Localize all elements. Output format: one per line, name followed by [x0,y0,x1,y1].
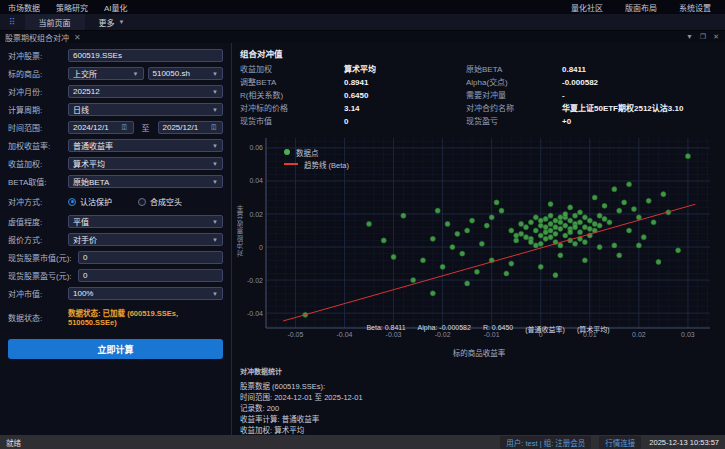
status-connection[interactable]: 行情连接 [599,436,641,449]
main-area: 对冲股票: 标的商品: 上交所 ▼ 510050.sh ▼ 对冲月份: [0,43,725,435]
hedge-stock-input[interactable] [68,49,223,62]
chevron-down-icon: ▼ [212,89,218,95]
chevron-down-icon: ▼ [119,19,125,25]
summary-label: Alpha(交点) [466,76,562,89]
menu-strategy-research[interactable]: 策略研究 [56,2,88,13]
chart-annotation: Beta: 0.8411 Alpha: -0.000582 R: 0.6450 … [266,324,710,334]
hedge-ratio-select[interactable]: 100% ▼ [68,287,223,300]
summary-grid: 收益加权 算术平均 原始BETA 0.8411 调整BETA 0.8941 Al… [240,63,719,128]
calendar-icon: 🗓 [210,123,218,132]
chevron-down-icon: ▼ [212,71,218,77]
panel-restore-icon[interactable]: ❐ [700,33,706,41]
hedge-month-label: 对冲月份: [8,86,68,97]
data-status-label: 数据状态: [8,312,68,323]
quote-mode-label: 报价方式: [8,234,68,245]
radio-selected-icon [68,198,76,206]
status-ready: 就绪 [6,437,21,448]
svg-text:0.02: 0.02 [249,211,263,218]
date-from-picker[interactable]: 2024/12/1 🗓 [68,121,134,134]
toolbar: ⠿ 当前页面 更多 ▼ [0,14,725,31]
summary-value: 0.6450 [344,89,466,102]
chevron-down-icon: ▼ [212,219,218,225]
toolbar-tab-current-label: 当前页面 [39,17,71,28]
chart-legend: 数据点 趋势线 (Beta) [284,146,349,170]
status-bar: 就绪 用户: test | 组: 注册会员 行情连接 2025-12-13 10… [0,435,725,449]
underlying-label: 标的商品: [8,68,68,79]
moneyness-select[interactable]: 平值 ▼ [68,215,223,228]
legend-label: 数据点 [296,147,319,158]
return-weight-value: 算术平均 [73,158,105,169]
underlying-code-select[interactable]: 510050.sh ▼ [148,67,224,80]
radio-synthetic-short-label: 合成空头 [150,196,182,207]
summary-label: 对冲标的价格 [240,102,344,115]
date-from-value: 2024/12/1 [73,123,109,132]
return-weight-select[interactable]: 算术平均 ▼ [68,157,223,170]
annotation-return-type: (普通收益率) [525,324,565,334]
beta-type-select[interactable]: 原始BETA ▼ [68,175,223,188]
moneyness-label: 虚值程度: [8,216,68,227]
summary-value: - [562,89,719,102]
spot-pnl-input[interactable] [78,269,223,282]
summary-label: R(相关系数) [240,89,344,102]
calculate-button[interactable]: 立即计算 [8,339,223,359]
summary-label: 现货盈亏 [466,115,562,128]
date-to-picker[interactable]: 2025/12/1 🗓 [158,121,224,134]
quote-mode-select[interactable]: 对手价 ▼ [68,233,223,246]
legend-line-swatch [284,163,298,165]
stats-line: 记录数: 200 [240,403,719,414]
app-window: 市场数据 策略研究 AI量化 量化社区 版面布局 系统设置 ⠿ 当前页面 更多 … [0,0,725,449]
status-datetime: 2025-12-13 10:53:57 [649,438,719,447]
spot-value-label: 现货股票市值(元): [8,252,78,263]
summary-title: 组合对冲值 [240,47,719,59]
exchange-select[interactable]: 上交所 ▼ [68,67,144,80]
period-label: 计算周期: [8,104,68,115]
chevron-down-icon: ▼ [212,237,218,243]
annotation-r: R: 0.6450 [483,324,513,334]
return-weight-label: 收益加权: [8,158,68,169]
chart-x-axis-label: 标的商品收益率 [240,347,718,358]
spot-pnl-label: 现货股票盈亏(元): [8,270,78,281]
summary-value: +0 [562,115,719,128]
menu-system-settings[interactable]: 系统设置 [679,2,711,13]
spot-value-input[interactable] [78,251,223,264]
hedge-mode-label: 对冲方式: [8,196,68,207]
annotation-beta: Beta: 0.8411 [366,324,405,334]
period-value: 日线 [73,104,89,115]
tab-close-icon[interactable]: ✕ [74,33,81,42]
panel-close-icon[interactable]: ✕ [713,33,719,41]
summary-label: 原始BETA [466,63,562,76]
period-select[interactable]: 日线 ▼ [68,103,223,116]
summary-label: 现货市值 [240,115,344,128]
tab-label: 股票期权组合对冲 [5,32,69,43]
toolbar-tab-more[interactable]: 更多 ▼ [85,14,139,30]
svg-text:0: 0 [259,244,263,251]
status-user[interactable]: 用户: test | 组: 注册会员 [500,436,591,449]
radio-put-protection[interactable]: 认沽保护 [68,196,112,207]
hedge-result-panel: 组合对冲值 收益加权 算术平均 原始BETA 0.8411 调整BETA 0.8… [232,43,725,435]
summary-value: 0.8411 [562,63,719,76]
hedge-month-select[interactable]: 202512 ▼ [68,85,223,98]
app-grid-icon[interactable]: ⠿ [0,18,25,27]
menu-ai-quant[interactable]: AI量化 [104,2,128,13]
svg-text:-0.02: -0.02 [247,277,263,284]
return-type-select[interactable]: 普通收益率 ▼ [68,139,223,152]
menu-layout[interactable]: 版面布局 [625,2,657,13]
menu-quant-community[interactable]: 量化社区 [571,2,603,13]
menu-market-data[interactable]: 市场数据 [8,2,40,13]
radio-unselected-icon [138,198,146,206]
calendar-icon: 🗓 [121,123,129,132]
summary-label: 收益加权 [240,63,344,76]
date-range-label: 时间范围: [8,122,68,133]
chevron-down-icon: ▼ [212,291,218,297]
toolbar-tab-current-page[interactable]: 当前页面 [25,14,85,30]
chevron-down-icon: ▼ [212,179,218,185]
tab-stock-option-hedge[interactable]: 股票期权组合对冲 ✕ [0,32,81,43]
radio-synthetic-short[interactable]: 合成空头 [138,196,182,207]
stats-line: 收益率计算: 普通收益率 [240,414,719,425]
panel-chevron-down-icon[interactable]: ▼ [686,33,693,41]
stats-title: 对冲数据统计 [240,366,719,377]
summary-label: 调整BETA [240,76,344,89]
toolbar-tab-more-label: 更多 [99,17,115,28]
summary-value: 3.14 [344,102,466,115]
moneyness-value: 平值 [73,216,89,227]
